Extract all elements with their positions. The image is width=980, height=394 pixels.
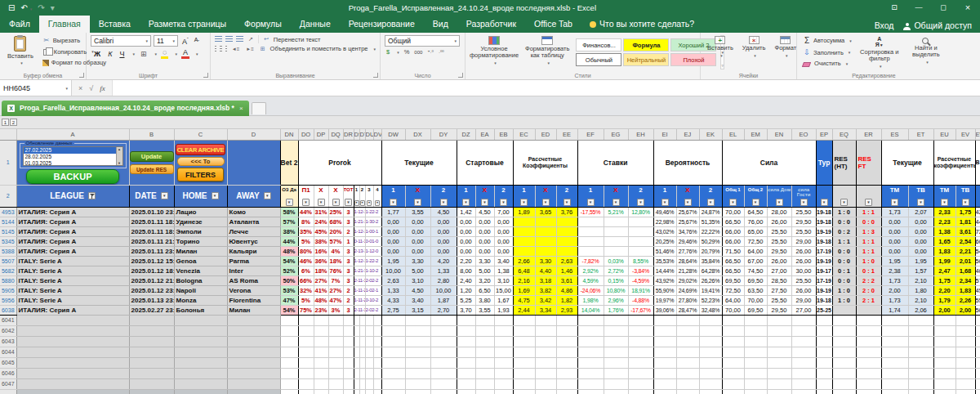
empty-cell[interactable] xyxy=(405,378,430,389)
row-header-6045[interactable]: 6045 xyxy=(0,357,16,368)
empty-cell[interactable] xyxy=(881,389,908,394)
cell-sila-gosti[interactable]: 29,50 xyxy=(791,217,816,226)
cell-current[interactable]: 0,00 xyxy=(405,246,430,256)
filter-dropdown[interactable]: ▼ xyxy=(637,199,644,206)
cell-probability[interactable]: 64,28% xyxy=(699,266,722,275)
empty-cell[interactable] xyxy=(16,336,129,347)
cell-probability[interactable]: 51,35% xyxy=(699,217,722,226)
empty-cell[interactable] xyxy=(328,347,343,357)
cell-current[interactable]: 4,50 xyxy=(430,207,457,217)
empty-cell[interactable] xyxy=(908,357,933,368)
cell-stake[interactable]: -24,06% xyxy=(577,285,604,295)
empty-cell[interactable] xyxy=(535,357,556,368)
column-subheader-EF[interactable]: 1▼ xyxy=(577,185,604,207)
empty-cell[interactable] xyxy=(457,347,475,357)
cell-obsh1[interactable]: 70,00 xyxy=(722,207,744,217)
empty-cell[interactable] xyxy=(298,315,314,325)
empty-cell[interactable] xyxy=(908,389,933,394)
empty-cell[interactable] xyxy=(722,336,744,347)
cell-res-ft[interactable]: 2 : 1 xyxy=(856,295,881,305)
filter-dropdown[interactable]: ▼ xyxy=(612,199,620,206)
empty-cell[interactable] xyxy=(365,357,373,368)
empty-cell[interactable] xyxy=(354,378,359,389)
cell-partial[interactable]: 50, xyxy=(975,305,980,315)
cell-calc-tb[interactable]: 2,26 xyxy=(956,295,975,305)
cell-probability[interactable]: 52,23% xyxy=(699,295,722,305)
cell-starting[interactable]: 0,00 xyxy=(475,217,494,226)
cell-sila-gosti[interactable]: 29,00 xyxy=(791,295,816,305)
cell-away[interactable]: Лечче xyxy=(227,226,280,236)
update-panel[interactable]: Обновление данных27.02.202528.02.202501.… xyxy=(16,140,129,185)
filter-dropdown[interactable]: ▼ xyxy=(587,199,595,206)
empty-cell[interactable] xyxy=(832,357,856,368)
empty-cell[interactable] xyxy=(956,325,975,336)
cell-tour[interactable]: 19-19 xyxy=(816,226,832,236)
cell-home[interactable]: Милан xyxy=(174,246,227,256)
cell-res-ft[interactable]: 1 : 0 xyxy=(856,256,881,266)
empty-cell[interactable] xyxy=(956,336,975,347)
cell-league[interactable]: ИТАЛИЯ: Серия A xyxy=(16,226,129,236)
column-header-DS[interactable]: DS xyxy=(354,129,359,140)
empty-cell[interactable] xyxy=(314,378,328,389)
empty-cell[interactable] xyxy=(676,389,699,394)
cell-res-ht[interactable]: 0 : 0 xyxy=(832,256,856,266)
cell-home[interactable]: Торино xyxy=(174,236,227,246)
empty-cell[interactable] xyxy=(722,368,744,378)
column-subheader-EI[interactable]: 1▼ xyxy=(653,185,676,207)
column-header-DN[interactable]: DN xyxy=(280,129,298,140)
cell-probability[interactable]: 22,98% xyxy=(653,217,676,226)
empty-cell[interactable] xyxy=(856,325,881,336)
decrease-decimal-icon[interactable]: ·⁰⁰ xyxy=(439,49,444,55)
cell-date[interactable]: 2025.01.12 21:00 xyxy=(129,275,174,285)
empty-cell[interactable] xyxy=(816,357,832,368)
cell-prorok-a[interactable]: 1-11-2 xyxy=(354,295,365,305)
empty-cell[interactable] xyxy=(457,389,475,394)
empty-cell[interactable] xyxy=(699,378,722,389)
empty-cell[interactable] xyxy=(16,357,129,368)
cell-tm[interactable]: 2,38 xyxy=(881,266,908,275)
cell-tb[interactable]: 1,80 xyxy=(908,285,933,295)
empty-cell[interactable] xyxy=(577,368,604,378)
cell-calc-tb[interactable]: 1,81 xyxy=(956,217,975,226)
empty-cell[interactable] xyxy=(975,378,980,389)
cell-date[interactable]: 2025.01.12 23:45 xyxy=(129,285,174,295)
column-header-ES[interactable]: ES xyxy=(881,129,908,140)
clear-archive-button[interactable]: CLEAR ARCHIVE xyxy=(176,144,225,155)
list-item[interactable]: 01.03.2025 xyxy=(24,160,116,165)
empty-cell[interactable] xyxy=(908,368,933,378)
cell-tm[interactable]: 0,00 xyxy=(881,226,908,236)
empty-cell[interactable] xyxy=(365,315,373,325)
empty-cell[interactable] xyxy=(298,336,314,347)
cell-probability[interactable]: 51,46% xyxy=(653,246,676,256)
cell-starting[interactable]: 3,40 xyxy=(494,256,513,266)
empty-cell[interactable] xyxy=(227,368,280,378)
align-left-icon[interactable] xyxy=(215,46,216,52)
cell-stake[interactable] xyxy=(628,217,653,226)
empty-cell[interactable] xyxy=(174,315,227,325)
cell-sila-dom[interactable]: 28,50 xyxy=(767,275,791,285)
empty-cell[interactable] xyxy=(699,315,722,325)
row-header-5345[interactable]: 5345 xyxy=(0,236,16,246)
filter-dropdown[interactable]: ▼ xyxy=(375,200,380,206)
empty-cell[interactable] xyxy=(956,389,975,394)
delete-cells-button[interactable]: Удалить▾ xyxy=(740,35,768,69)
cell-starting[interactable]: 1,67 xyxy=(494,295,513,305)
cell-oz[interactable]: 54% xyxy=(280,256,298,266)
cell-calc-coef[interactable]: 3,42 xyxy=(535,295,556,305)
cell-x1[interactable]: 38% xyxy=(314,236,328,246)
empty-cell[interactable] xyxy=(653,368,676,378)
empty-cell[interactable] xyxy=(956,315,975,325)
empty-cell[interactable] xyxy=(908,315,933,325)
dates-listbox[interactable]: 27.02.202528.02.202501.03.2025▲▼ xyxy=(23,146,123,166)
empty-cell[interactable] xyxy=(881,325,908,336)
cell-tm[interactable]: 1,73 xyxy=(881,295,908,305)
cell-starting[interactable]: 0,00 xyxy=(457,246,475,256)
empty-cell[interactable] xyxy=(556,325,577,336)
empty-cell[interactable] xyxy=(494,378,513,389)
empty-cell[interactable] xyxy=(314,357,328,368)
cell-oz[interactable]: 48% xyxy=(280,246,298,256)
empty-cell[interactable] xyxy=(767,368,791,378)
tab-9[interactable]: Office Tab xyxy=(525,16,581,33)
cell-calc-coef[interactable]: 1,82 xyxy=(556,295,577,305)
empty-cell[interactable] xyxy=(816,336,832,347)
